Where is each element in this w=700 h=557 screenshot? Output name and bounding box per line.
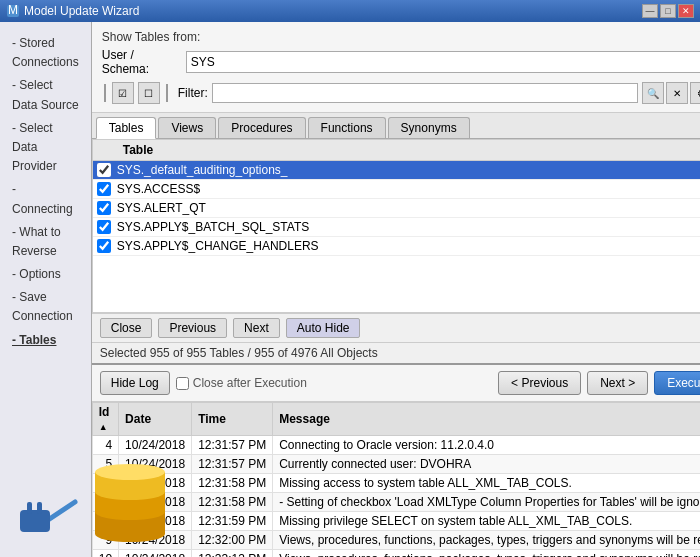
log-col-id[interactable]: Id bbox=[92, 403, 118, 436]
tab-procedures[interactable]: Procedures bbox=[218, 117, 305, 138]
svg-rect-4 bbox=[27, 502, 32, 514]
schema-select[interactable]: SYS ▼ bbox=[186, 51, 700, 73]
sidebar-item-select-data-source[interactable]: - Select Data Source bbox=[8, 74, 83, 116]
log-row[interactable]: 610/24/201812:31:58 PMMissing access to … bbox=[92, 474, 700, 493]
close-window-button[interactable]: ✕ bbox=[678, 4, 694, 18]
table-row[interactable]: SYS.APPLY$_BATCH_SQL_STATS bbox=[93, 218, 700, 237]
execute-button[interactable]: Execute bbox=[654, 371, 700, 395]
sidebar-item-what-to-reverse[interactable]: - What to Reverse bbox=[8, 221, 83, 263]
log-cell-time: 12:31:58 PM bbox=[192, 493, 273, 512]
svg-rect-5 bbox=[37, 502, 42, 514]
sidebar-item-save-connection[interactable]: - Save Connection bbox=[8, 286, 83, 328]
schema-value: SYS bbox=[191, 55, 215, 69]
log-cell-id: 4 bbox=[92, 436, 118, 455]
table-column-header: Table bbox=[93, 140, 700, 161]
table-content: Table SYS._default_auditing_options_ SYS… bbox=[93, 140, 700, 312]
tab-tables[interactable]: Tables bbox=[96, 117, 157, 139]
log-row[interactable]: 410/24/201812:31:57 PMConnecting to Orac… bbox=[92, 436, 700, 455]
next-button[interactable]: Next > bbox=[587, 371, 648, 395]
window-title: Model Update Wizard bbox=[24, 4, 139, 18]
sidebar-graphic bbox=[10, 457, 180, 547]
hide-log-button[interactable]: Hide Log bbox=[100, 371, 170, 395]
sidebar-item-connecting[interactable]: - Connecting bbox=[8, 178, 83, 220]
table-area: Table SYS._default_auditing_options_ SYS… bbox=[92, 139, 700, 313]
filter-btn-3[interactable]: ⚙ bbox=[690, 82, 700, 104]
status-text: Selected 955 of 955 Tables / 955 of 4976… bbox=[100, 346, 378, 360]
table-row[interactable]: SYS.ACCESS$ bbox=[93, 180, 700, 199]
row-checkbox[interactable] bbox=[97, 239, 111, 253]
filter-btn-2[interactable]: ✕ bbox=[666, 82, 688, 104]
filter-label: Filter: bbox=[178, 86, 208, 100]
action-bar: Hide Log Close after Execution < Previou… bbox=[92, 365, 700, 402]
toolbar-separator-2 bbox=[166, 84, 168, 102]
toolbar-row: ☑ ☐ Filter: 🔍 ✕ ⚙ ▼ ☑ ⊞ bbox=[102, 82, 700, 104]
previous-button[interactable]: < Previous bbox=[498, 371, 581, 395]
close-after-checkbox[interactable] bbox=[176, 377, 189, 390]
tab-functions[interactable]: Functions bbox=[308, 117, 386, 138]
log-row[interactable]: 1010/24/201812:33:13 PMViews, procedures… bbox=[92, 550, 700, 558]
sidebar-item-options[interactable]: - Options bbox=[8, 263, 83, 286]
svg-point-14 bbox=[95, 464, 165, 480]
status-bar: Selected 955 of 955 Tables / 955 of 4976… bbox=[92, 342, 700, 363]
minimize-button[interactable]: — bbox=[642, 4, 658, 18]
log-row[interactable]: 510/24/201812:31:57 PMCurrently connecte… bbox=[92, 455, 700, 474]
nav-bar: Close Previous Next Auto Hide bbox=[92, 313, 700, 342]
log-col-time[interactable]: Time bbox=[192, 403, 273, 436]
log-row[interactable]: 710/24/201812:31:58 PM - Setting of chec… bbox=[92, 493, 700, 512]
table-close-button[interactable]: Close bbox=[100, 318, 153, 338]
log-cell-time: 12:33:13 PM bbox=[192, 550, 273, 558]
row-checkbox[interactable] bbox=[97, 163, 111, 177]
log-cell-time: 12:31:59 PM bbox=[192, 512, 273, 531]
auto-hide-button[interactable]: Auto Hide bbox=[286, 318, 361, 338]
svg-rect-3 bbox=[20, 510, 50, 532]
tab-views[interactable]: Views bbox=[158, 117, 216, 138]
table-next-button[interactable]: Next bbox=[233, 318, 280, 338]
sidebar-item-tables[interactable]: - Tables bbox=[8, 329, 83, 352]
svg-text:M: M bbox=[8, 4, 18, 17]
log-cell-message: Currently connected user: DVOHRA bbox=[273, 455, 700, 474]
app-icon: M bbox=[6, 4, 20, 18]
table-previous-button[interactable]: Previous bbox=[158, 318, 227, 338]
filter-btn-1[interactable]: 🔍 bbox=[642, 82, 664, 104]
filter-input[interactable] bbox=[212, 83, 638, 103]
show-tables-label: Show Tables from: bbox=[102, 30, 700, 44]
log-cell-time: 12:31:57 PM bbox=[192, 455, 273, 474]
table-row[interactable]: SYS._default_auditing_options_ bbox=[93, 161, 700, 180]
log-cell-id: 10 bbox=[92, 550, 118, 558]
sidebar-item-select-data-provider[interactable]: - Select Data Provider bbox=[8, 117, 83, 179]
schema-label: User / Schema: bbox=[102, 48, 182, 76]
log-cell-message: Missing privilege SELECT on system table… bbox=[273, 512, 700, 531]
table-row[interactable]: SYS.ALERT_QT bbox=[93, 199, 700, 218]
toolbar-separator-1 bbox=[104, 84, 106, 102]
log-cell-date: 10/24/2018 bbox=[119, 436, 192, 455]
tab-synonyms[interactable]: Synonyms bbox=[388, 117, 470, 138]
log-col-message[interactable]: Message bbox=[273, 403, 700, 436]
log-table: Id Date Time Message 410/24/201812:31:57… bbox=[92, 402, 700, 557]
row-checkbox[interactable] bbox=[97, 220, 111, 234]
row-text: SYS.APPLY$_CHANGE_HANDLERS bbox=[117, 239, 700, 253]
log-col-date[interactable]: Date bbox=[119, 403, 192, 436]
top-section: Show Tables from: User / Schema: SYS ▼ ☑… bbox=[92, 22, 700, 113]
log-cell-time: 12:31:57 PM bbox=[192, 436, 273, 455]
toolbar-btn-1[interactable]: ☑ bbox=[112, 82, 134, 104]
log-row[interactable]: 910/24/201812:32:00 PMViews, procedures,… bbox=[92, 531, 700, 550]
toolbar-btn-2[interactable]: ☐ bbox=[138, 82, 160, 104]
row-text: SYS.ALERT_QT bbox=[117, 201, 700, 215]
log-cell-time: 12:31:58 PM bbox=[192, 474, 273, 493]
table-row[interactable]: SYS.APPLY$_CHANGE_HANDLERS bbox=[93, 237, 700, 256]
table-body: SYS._default_auditing_options_ SYS.ACCES… bbox=[93, 161, 700, 256]
log-cell-message: Views, procedures, functions, packages, … bbox=[273, 531, 700, 550]
schema-row: User / Schema: SYS ▼ bbox=[102, 48, 700, 76]
bottom-section: Hide Log Close after Execution < Previou… bbox=[92, 363, 700, 557]
maximize-button[interactable]: □ bbox=[660, 4, 676, 18]
close-after-label: Close after Execution bbox=[193, 376, 307, 390]
log-cell-date: 10/24/2018 bbox=[119, 550, 192, 558]
row-checkbox[interactable] bbox=[97, 182, 111, 196]
log-cell-message: Missing access to system table ALL_XML_T… bbox=[273, 474, 700, 493]
sidebar-item-stored-connections[interactable]: - Stored Connections bbox=[8, 32, 83, 74]
row-checkbox[interactable] bbox=[97, 201, 111, 215]
log-row[interactable]: 810/24/201812:31:59 PMMissing privilege … bbox=[92, 512, 700, 531]
log-cell-message: Connecting to Oracle version: 11.2.0.4.0 bbox=[273, 436, 700, 455]
sidebar: - Stored Connections - Select Data Sourc… bbox=[0, 22, 92, 557]
content-area: Show Tables from: User / Schema: SYS ▼ ☑… bbox=[92, 22, 700, 557]
